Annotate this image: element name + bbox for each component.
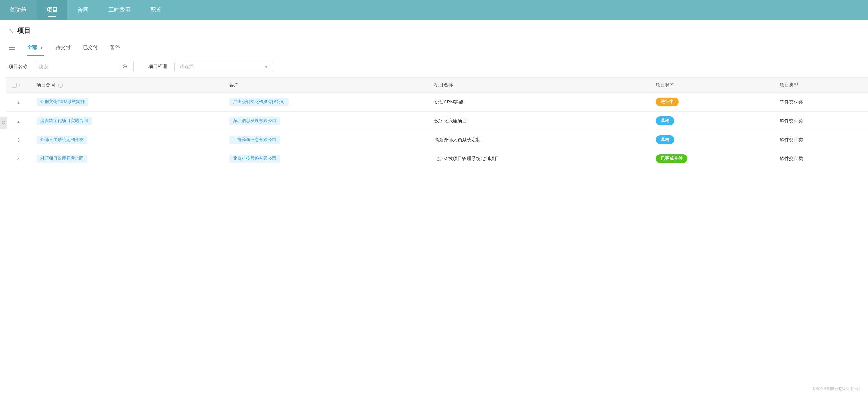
top-nav: 驾驶舱 项目 合同 工时费用 配置 <box>0 0 868 20</box>
row-project-name-3: 高新外部人员系统定制 <box>429 131 650 149</box>
page-header: ↖ 项目 ··· <box>0 20 868 39</box>
projects-table: ▾ 项目合同 i 客户 项目名称 项目状态 项目类型 1 众创文化CRM系统实 <box>6 78 868 168</box>
back-icon: ↖ <box>9 27 14 34</box>
col-contract: 项目合同 i <box>31 78 224 93</box>
tab-paused[interactable]: 暂停 <box>104 39 126 56</box>
row-project-name-4: 北京科技项目管理系统定制项目 <box>429 149 650 168</box>
row-num-3: 3 <box>6 131 31 149</box>
project-name-label: 项目名称 <box>9 64 27 70</box>
row-contract-2: 建设数字化项目实施合同 <box>31 112 224 131</box>
row-type-2: 软件交付类 <box>774 112 868 131</box>
nav-item-hours[interactable]: 工时费用 <box>98 0 141 20</box>
col-checkbox: ▾ <box>6 78 31 93</box>
page-footer: CSDN ®明道云超级应用平台 <box>806 384 868 394</box>
col-type: 项目类型 <box>774 78 868 93</box>
nav-item-contract[interactable]: 合同 <box>67 0 98 20</box>
table-row: 4 科研项目管理开发合同 北京科技股份有限公司 北京科技项目管理系统定制项目 已… <box>6 149 868 168</box>
search-input-wrap <box>35 61 134 72</box>
expand-icon[interactable]: ≫ <box>0 117 7 129</box>
tab-all[interactable]: 全部 ▼ <box>21 39 50 56</box>
search-bar: 项目名称 项目经理 请选择 ▼ <box>0 56 868 78</box>
page-title: 项目 <box>17 26 31 35</box>
row-status-3: 草稿 <box>650 131 774 149</box>
tab-pending[interactable]: 待交付 <box>50 39 77 56</box>
table-row: 1 众创文化CRM系统实施 广州众创文化传媒有限公司 众创CRM实施 进行中 软… <box>6 93 868 112</box>
row-type-4: 软件交付类 <box>774 149 868 168</box>
row-num-1: 1 <box>6 93 31 112</box>
tab-delivered[interactable]: 已交付 <box>77 39 104 56</box>
col-customer: 客户 <box>224 78 429 93</box>
filter-tabs: 全部 ▼ 待交付 已交付 暂停 <box>0 39 868 56</box>
header-checkbox[interactable] <box>12 83 17 88</box>
table-header-row: ▾ 项目合同 i 客户 项目名称 项目状态 项目类型 <box>6 78 868 93</box>
manager-select[interactable]: 请选择 ▼ <box>175 62 274 72</box>
contract-info-icon[interactable]: i <box>58 83 63 88</box>
main-content: ↖ 项目 ··· 全部 ▼ 待交付 已交付 暂停 项目名称 项目经理 <box>0 20 868 394</box>
search-input[interactable] <box>39 64 118 69</box>
footer-text: CSDN ®明道云超级应用平台 <box>813 387 861 391</box>
search-button[interactable] <box>120 63 130 70</box>
col-project-name: 项目名称 <box>429 78 650 93</box>
row-type-3: 软件交付类 <box>774 131 868 149</box>
row-contract-1: 众创文化CRM系统实施 <box>31 93 224 112</box>
table-wrap: ▾ 项目合同 i 客户 项目名称 项目状态 项目类型 1 众创文化CRM系统实 <box>0 78 868 168</box>
row-contract-3: 外部人员系统定制开发 <box>31 131 224 149</box>
nav-item-project[interactable]: 项目 <box>36 0 67 20</box>
row-type-1: 软件交付类 <box>774 93 868 112</box>
nav-item-config[interactable]: 配置 <box>141 0 172 20</box>
row-customer-1: 广州众创文化传媒有限公司 <box>224 93 429 112</box>
row-num-4: 4 <box>6 149 31 168</box>
checkbox-arrow-icon[interactable]: ▾ <box>19 83 21 87</box>
tab-arrow-icon: ▼ <box>40 46 43 50</box>
row-status-4: 已完成交付 <box>650 149 774 168</box>
svg-line-1 <box>126 67 127 69</box>
menu-icon[interactable] <box>9 46 15 50</box>
nav-item-cockpit[interactable]: 驾驶舱 <box>0 0 36 20</box>
row-customer-4: 北京科技股份有限公司 <box>224 149 429 168</box>
project-manager-label: 项目经理 <box>149 64 167 70</box>
row-num-2: 2 <box>6 112 31 131</box>
table-row: 2 建设数字化项目实施合同 深圳信息发展有限公司 数字化底座项目 草稿 软件交付… <box>6 112 868 131</box>
row-status-1: 进行中 <box>650 93 774 112</box>
page-more-button[interactable]: ··· <box>34 28 41 34</box>
table-row: 3 外部人员系统定制开发 上海高新信息有限公司 高新外部人员系统定制 草稿 软件… <box>6 131 868 149</box>
col-status: 项目状态 <box>650 78 774 93</box>
row-status-2: 草稿 <box>650 112 774 131</box>
row-customer-2: 深圳信息发展有限公司 <box>224 112 429 131</box>
row-project-name-1: 众创CRM实施 <box>429 93 650 112</box>
manager-placeholder: 请选择 <box>180 64 194 70</box>
row-customer-3: 上海高新信息有限公司 <box>224 131 429 149</box>
row-project-name-2: 数字化底座项目 <box>429 112 650 131</box>
chevron-down-icon: ▼ <box>264 64 268 69</box>
row-contract-4: 科研项目管理开发合同 <box>31 149 224 168</box>
